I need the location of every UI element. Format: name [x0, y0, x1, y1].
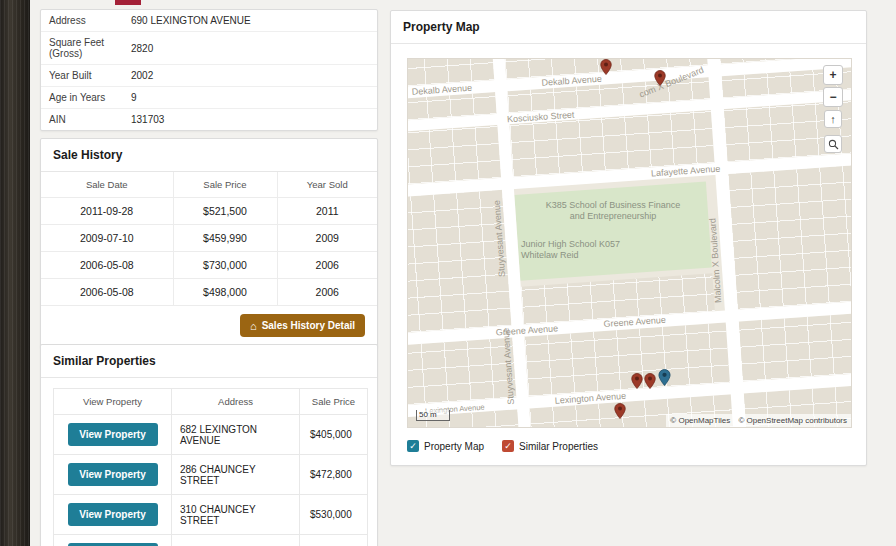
legend-similar-properties[interactable]: ✓ Similar Properties [502, 440, 598, 452]
sale-date-cell: 2006-05-08 [41, 252, 173, 279]
sale-date-cell: 2011-09-28 [41, 198, 173, 225]
address-cell: 310 CHAUNCEY STREET [172, 495, 300, 535]
col-address: Address [172, 389, 300, 415]
table-row: 2006-05-08 $498,000 2006 [41, 279, 377, 306]
map-block [738, 310, 852, 381]
map-legend: ✓ Property Map ✓ Similar Properties [407, 440, 850, 452]
map-attribution: © OpenMapTiles © OpenStreetMap contribut… [666, 414, 851, 427]
legend-property-map[interactable]: ✓ Property Map [407, 440, 484, 452]
sales-history-detail-button[interactable]: ⌂ Sales History Detail [240, 314, 365, 337]
checkbox-similar-properties[interactable]: ✓ [502, 440, 514, 452]
price-cell [300, 535, 368, 546]
attribution-osm-link[interactable]: © OpenStreetMap contributors [738, 416, 847, 425]
property-details-card: Address 690 LEXINGTON AVENUE Square Feet… [40, 9, 378, 131]
zoom-out-button[interactable]: − [823, 87, 843, 107]
map-pin-selected[interactable] [658, 369, 671, 386]
poi-label-school-2: Junior High School K057 Whitelaw Reid [521, 239, 646, 261]
col-sale-price: Sale Price [300, 389, 368, 415]
year-sold-cell: 2009 [277, 225, 377, 252]
table-row: View Property [54, 535, 368, 546]
detail-label: Square Feet (Gross) [49, 37, 131, 59]
table-header-row: Sale Date Sale Price Year Sold [41, 172, 377, 198]
address-cell [172, 535, 300, 546]
detail-value: 2820 [131, 43, 153, 54]
map-school-grounds [514, 182, 712, 281]
table-row: 2006-05-08 $730,000 2006 [41, 252, 377, 279]
property-map-card: Property Map [390, 10, 867, 466]
magnifier-icon [828, 139, 839, 150]
sale-date-cell: 2009-07-10 [41, 225, 173, 252]
sale-history-title: Sale History [41, 139, 377, 172]
view-property-button[interactable]: View Property [68, 503, 158, 526]
price-cell: $530,000 [300, 495, 368, 535]
detail-row: Age in Years 9 [41, 87, 377, 109]
reset-north-button[interactable]: ↑ [824, 110, 842, 128]
sale-price-cell: $730,000 [173, 252, 277, 279]
map-pin-red[interactable] [600, 59, 612, 75]
table-header-row: View Property Address Sale Price [54, 389, 368, 415]
similar-properties-table: View Property Address Sale Price View Pr… [53, 388, 368, 546]
sale-price-cell: $498,000 [173, 279, 277, 306]
table-row: 2009-07-10 $459,990 2009 [41, 225, 377, 252]
map-scale-bar: 50 m [416, 410, 450, 421]
col-view-property: View Property [54, 389, 172, 415]
price-cell: $405,000 [300, 415, 368, 455]
left-dark-strip [0, 0, 30, 546]
detail-value: 9 [131, 92, 137, 103]
col-sale-date: Sale Date [41, 172, 173, 198]
map-pin-red[interactable] [631, 373, 643, 389]
year-sold-cell: 2006 [277, 252, 377, 279]
address-cell: 286 CHAUNCEY STREET [172, 455, 300, 495]
sale-history-table: Sale Date Sale Price Year Sold 2011-09-2… [41, 172, 377, 306]
sale-button-row: ⌂ Sales History Detail [41, 306, 377, 347]
col-sale-price: Sale Price [173, 172, 277, 198]
view-property-button[interactable]: View Property [68, 463, 158, 486]
address-cell: 682 LEXINGTON AVENUE [172, 415, 300, 455]
attribution-openmaptiles-link[interactable]: © OpenMapTiles [670, 416, 730, 425]
check-icon: ✓ [409, 441, 417, 451]
detail-row: AIN 131703 [41, 109, 377, 130]
map-pin-red[interactable] [644, 373, 656, 389]
detail-row: Address 690 LEXINGTON AVENUE [41, 10, 377, 32]
table-row: View Property 310 CHAUNCEY STREET $530,0… [54, 495, 368, 535]
map-pin-red[interactable] [614, 403, 626, 419]
sale-price-cell: $521,500 [173, 198, 277, 225]
cropped-tab-indicator[interactable] [115, 0, 141, 5]
price-cell: $472,800 [300, 455, 368, 495]
table-row: View Property 286 CHAUNCEY STREET $472,8… [54, 455, 368, 495]
detail-label: AIN [49, 114, 131, 125]
detail-row: Year Built 2002 [41, 65, 377, 87]
detail-value: 2002 [131, 70, 153, 81]
similar-properties-title: Similar Properties [41, 345, 377, 378]
year-sold-cell: 2006 [277, 279, 377, 306]
detail-label: Age in Years [49, 92, 131, 103]
detail-label: Address [49, 15, 131, 26]
sales-history-detail-label: Sales History Detail [262, 320, 355, 331]
box-zoom-button[interactable] [824, 135, 842, 153]
detail-value: 690 LEXINGTON AVENUE [131, 15, 251, 26]
sale-date-cell: 2006-05-08 [41, 279, 173, 306]
map-block [727, 163, 852, 310]
check-icon: ✓ [504, 441, 512, 451]
map-block [407, 337, 516, 406]
detail-row: Square Feet (Gross) 2820 [41, 32, 377, 65]
detail-value: 131703 [131, 114, 164, 125]
sale-price-cell: $459,990 [173, 225, 277, 252]
poi-label-school-1: K385 School of Business Finance and Entr… [538, 200, 688, 222]
table-row: View Property 682 LEXINGTON AVENUE $405,… [54, 415, 368, 455]
legend-label: Similar Properties [519, 441, 598, 452]
year-sold-cell: 2011 [277, 198, 377, 225]
home-icon: ⌂ [250, 321, 257, 331]
col-year-sold: Year Sold [277, 172, 377, 198]
checkbox-property-map[interactable]: ✓ [407, 440, 419, 452]
view-property-button[interactable]: View Property [68, 423, 158, 446]
property-map-title: Property Map [391, 11, 866, 44]
legend-label: Property Map [424, 441, 484, 452]
zoom-in-button[interactable]: + [823, 65, 843, 85]
detail-label: Year Built [49, 70, 131, 81]
table-row: 2011-09-28 $521,500 2011 [41, 198, 377, 225]
similar-properties-card: Similar Properties View Property Address… [40, 344, 378, 546]
sale-history-card: Sale History Sale Date Sale Price Year S… [40, 138, 378, 348]
map-pin-red[interactable] [654, 70, 666, 86]
map-canvas[interactable]: Dekalb Avenue Dekalb Avenue Kosciusko St… [407, 58, 852, 428]
